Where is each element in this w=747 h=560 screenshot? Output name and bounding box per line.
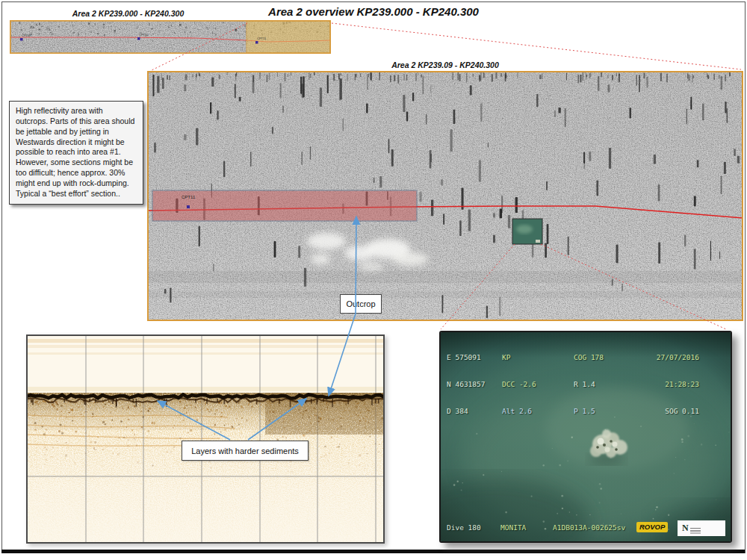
sonar-top-tick xyxy=(692,74,693,83)
strip-speck xyxy=(185,31,185,33)
sonar-top-tick xyxy=(479,75,480,80)
strip-speck xyxy=(170,27,170,28)
sonar-top-tick xyxy=(457,72,459,80)
sbp-horizon-drip xyxy=(136,399,137,407)
sbp-horizon-drip xyxy=(311,399,312,404)
strip-speck xyxy=(33,26,34,28)
sbp-dot xyxy=(164,465,165,466)
detail-sonar-graphic xyxy=(147,71,743,321)
outcrop-callout: Outcrop xyxy=(340,294,382,314)
osd-easting: E 575091 xyxy=(447,353,485,362)
sonar-streak xyxy=(725,102,726,113)
strip-speck xyxy=(95,23,96,25)
sonar-top-tick xyxy=(729,72,731,76)
sonar-streak xyxy=(493,235,495,243)
sonar-streak xyxy=(250,152,251,167)
strip-speck xyxy=(138,25,139,28)
strip-speck xyxy=(88,23,90,25)
osd-time: 21:28:23 xyxy=(620,380,699,389)
strip-speck xyxy=(58,26,60,28)
strip-speck xyxy=(215,28,216,29)
sonar-top-tick xyxy=(459,74,461,81)
detail-sonar-image: CPT11 xyxy=(147,71,743,321)
sonar-top-tick xyxy=(483,72,484,78)
cpt-marker-label: CPT09 xyxy=(22,34,31,37)
sbp-surface-band xyxy=(26,345,385,348)
sonar-top-tick xyxy=(619,73,620,75)
sonar-streak xyxy=(282,105,284,113)
sbp-surface-band xyxy=(26,352,385,355)
osd-altitude: Alt 2.6 xyxy=(502,407,536,416)
sonar-streak xyxy=(694,196,696,206)
sonar-top-tick xyxy=(484,74,485,78)
sbp-dot xyxy=(88,452,89,452)
sonar-streak xyxy=(480,103,482,122)
sonar-streak xyxy=(639,75,639,92)
sbp-dot xyxy=(57,441,58,442)
sonar-streak xyxy=(157,76,159,93)
sbp-horizon-drip xyxy=(256,399,258,405)
strip-speck xyxy=(103,25,105,28)
sonar-streak xyxy=(423,75,424,94)
strip-speck xyxy=(174,31,176,33)
sbp-dot xyxy=(46,459,47,461)
sbp-dot xyxy=(39,470,40,471)
sonar-top-tick xyxy=(379,72,380,81)
sbp-dot xyxy=(128,470,129,472)
sonar-top-tick xyxy=(169,75,170,80)
cpt-marker-label: CPT11 xyxy=(257,37,266,40)
sonar-streak xyxy=(501,196,503,213)
sbp-dot xyxy=(209,461,211,462)
sonar-top-tick xyxy=(714,74,715,80)
sonar-top-tick xyxy=(473,74,474,78)
sonar-streak xyxy=(450,129,453,152)
sonar-streak xyxy=(403,95,405,112)
sonar-top-tick xyxy=(566,73,567,81)
sbp-horizon-drip xyxy=(195,399,196,403)
sonar-streak xyxy=(719,252,720,259)
strip-speck xyxy=(19,22,21,25)
sonar-top-tick xyxy=(235,74,236,77)
sbp-dot xyxy=(366,453,368,454)
strip-speck xyxy=(212,32,214,34)
sonar-top-tick xyxy=(589,73,591,78)
osd-northing: N 4631857 xyxy=(447,380,485,389)
sonar-top-tick xyxy=(347,74,348,81)
sonar-streak xyxy=(734,149,735,156)
sbp-dot xyxy=(379,444,379,445)
strip-speck xyxy=(230,34,232,34)
sonar-top-tick xyxy=(314,72,315,75)
strip-speck xyxy=(190,31,191,34)
sonar-streak xyxy=(184,84,186,91)
sonar-top-tick xyxy=(616,73,617,77)
sonar-streak xyxy=(213,264,214,271)
sonar-top-tick xyxy=(495,72,497,79)
sbp-dot xyxy=(303,435,306,436)
sonar-streak xyxy=(368,74,368,90)
sonar-streak xyxy=(684,235,686,247)
sbp-horizon-drip xyxy=(375,399,376,403)
sonar-streak xyxy=(724,162,726,174)
strip-speck xyxy=(41,26,43,27)
sbp-horizon-drip xyxy=(306,399,307,403)
subbottom-profiler-image xyxy=(26,335,385,544)
sonar-top-tick xyxy=(415,73,416,81)
osd-datetime-column: 27/07/2016 21:28:23 SOG 0.11 xyxy=(620,335,699,434)
osd-pitch: P 1.5 xyxy=(574,407,604,416)
sonar-streak xyxy=(737,156,740,164)
sonar-band xyxy=(147,271,743,283)
sbp-surface-band xyxy=(26,339,385,343)
sbp-dot xyxy=(35,467,37,467)
sonar-streak xyxy=(406,111,408,121)
sonar-streak xyxy=(559,108,561,113)
strip-speck xyxy=(21,29,22,31)
sonar-streak xyxy=(239,97,241,102)
cpt11-dot xyxy=(187,205,190,208)
strip-speck xyxy=(39,34,40,34)
sonar-streak xyxy=(598,76,599,91)
osd-kp-column: KP DCC -2.6 Alt 2.6 xyxy=(502,335,536,434)
strip-speck xyxy=(230,24,232,25)
sbp-dot xyxy=(94,441,96,443)
sbp-dot xyxy=(214,433,216,435)
nsea-logo-lines xyxy=(690,528,701,529)
